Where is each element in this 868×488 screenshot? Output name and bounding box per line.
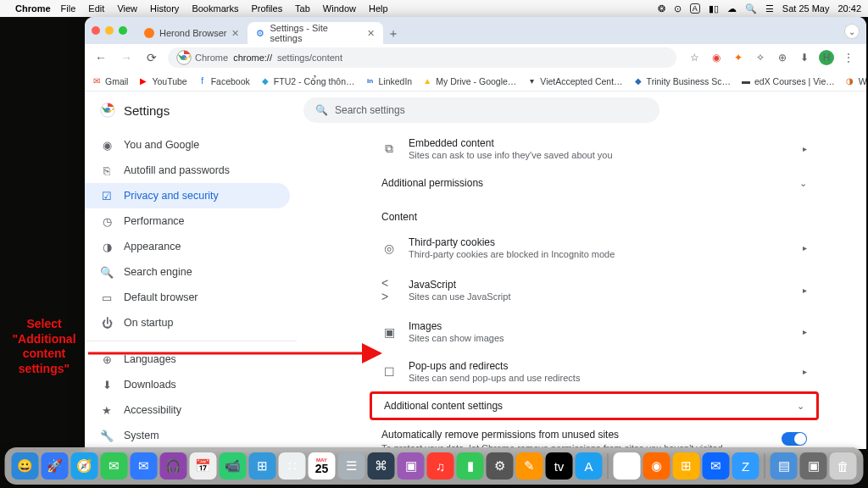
tab-herond[interactable]: Herond Browser ✕ [136,22,248,44]
dock-app-9[interactable]: ∷ [279,452,306,480]
status-icon[interactable]: ☁ [727,3,737,14]
dock-app-12[interactable]: ⌘ [368,452,395,480]
menu-bookmarks[interactable]: Bookmarks [192,3,238,14]
nav-privacy-security[interactable]: ☑Privacy and security [85,183,290,208]
dock-app-7[interactable]: 📹 [220,452,247,480]
nav-accessibility[interactable]: ★Accessibility [85,397,290,423]
nav-you-and-google[interactable]: ◉You and Google [85,132,290,158]
dock-app-4[interactable]: ✉︎ [131,452,158,480]
nav-downloads[interactable]: ⬇Downloads [85,372,290,397]
dock-app-2[interactable]: 🧭 [71,452,98,480]
minimize-window[interactable] [105,26,114,35]
row-embedded-content[interactable]: ⧉ Embedded contentSites can ask to use i… [370,129,819,169]
menu-icon[interactable]: ⋮ [841,50,856,65]
nav-search-engine[interactable]: 🔍Search engine [85,259,290,285]
dock-app2-4[interactable]: Z [732,452,760,480]
dock-app-17[interactable]: ✎ [516,452,543,480]
nav-performance[interactable]: ◷Performance [85,208,290,234]
menu-edit[interactable]: Edit [88,3,104,14]
status-icon[interactable]: A [690,3,700,14]
bookmark-wta[interactable]: ◑WT&A [845,76,866,86]
maximize-window[interactable] [119,26,127,35]
dock-app-16[interactable]: ⚙ [487,452,514,480]
extension-icon[interactable]: ✦ [731,50,746,65]
dock-app-6[interactable]: 📅 [190,452,217,480]
menu-window[interactable]: Window [323,3,356,14]
bookmark-gmail[interactable]: ✉Gmail [92,76,128,86]
bookmark-youtube[interactable]: ▶YouTube [138,76,186,86]
row-images[interactable]: ▣ ImagesSites can show images ▸ [370,312,819,352]
auto-remove-toggle[interactable] [782,432,807,446]
bookmark-ftu2[interactable]: ◆FTU2 - Cổng thôn… [260,76,355,86]
nav-on-startup[interactable]: ⏻On startup [85,310,290,336]
dock-app3-0[interactable]: ▤ [771,452,798,480]
search-settings-input[interactable]: 🔍 Search settings [303,97,659,123]
dock-app-14[interactable]: ♫ [427,452,454,480]
control-center-icon[interactable]: ☰ [765,3,774,14]
close-tab-icon[interactable]: ✕ [367,28,375,39]
nav-system[interactable]: 🔧System [85,423,290,448]
menu-file[interactable]: File [61,3,76,14]
status-icon[interactable]: ⊙ [674,3,682,14]
dock-app-5[interactable]: 🎧 [160,452,187,480]
bookmark-trinity[interactable]: ◆Trinity Business Sc… [633,76,731,86]
new-tab-button[interactable]: ＋ [383,24,403,44]
dock-app2-3[interactable]: ✉︎ [703,452,730,480]
dock-app2-2[interactable]: ⊞ [673,452,700,480]
nav-default-browser[interactable]: ▭Default browser [85,285,290,310]
bookmark-edx[interactable]: ▬edX Courses | Vie… [741,76,835,86]
menu-help[interactable]: Help [369,3,388,14]
back-button[interactable]: ← [92,48,110,67]
dock-app-19[interactable]: A [576,452,603,480]
additional-permissions-expander[interactable]: Additional permissions ⌄ [370,169,819,197]
menu-history[interactable]: History [150,3,179,14]
close-window[interactable] [92,26,100,35]
menubar-app[interactable]: Chrome [15,3,51,14]
nav-appearance[interactable]: ◑Appearance [85,234,290,259]
profile-avatar[interactable]: H [819,50,834,65]
menubar-date[interactable]: Sat 25 May [782,3,830,14]
dock-app-11[interactable]: ☰ [338,452,365,480]
dock-app-1[interactable]: 🚀 [42,452,69,480]
settings-header-row: Settings 🔍 Search settings [85,92,866,129]
dock-app-0[interactable]: 😀 [12,452,39,480]
status-icon[interactable]: ❂ [658,3,665,14]
additional-content-settings-expander[interactable]: Additional content settings ⌄ [370,391,819,420]
dock-app3-1[interactable]: ▣ [800,452,827,480]
menu-profiles[interactable]: Profiles [252,3,283,14]
dock-app-10[interactable]: MAY25 [309,452,336,480]
close-tab-icon[interactable]: ✕ [231,28,239,39]
search-icon[interactable]: 🔍 [745,3,757,14]
url-field[interactable]: Chrome chrome://settings/content [168,47,676,68]
menu-view[interactable]: View [117,3,137,14]
menubar-time[interactable]: 20:42 [837,3,861,14]
row-javascript[interactable]: < > JavaScriptSites can use JavaScript ▸ [370,268,819,312]
extensions-icon[interactable]: ✧ [753,50,768,65]
dock-app-15[interactable]: ▮ [457,452,484,480]
dock-app3-2[interactable]: 🗑 [830,452,857,480]
tabs-dropdown[interactable]: ⌄ [844,24,860,39]
dock-app2-0[interactable]: ◉ [614,452,641,480]
battery-icon[interactable]: ▮▯ [709,3,719,14]
row-popups[interactable]: ☐ Pop-ups and redirectsSites can send po… [370,352,819,391]
bookmark-drive[interactable]: ▲My Drive - Google… [422,76,516,86]
dock-app-13[interactable]: ▣ [398,452,425,480]
bookmark-linkedin[interactable]: inLinkedIn [365,76,413,86]
dock-app-18[interactable]: tv [546,452,573,480]
dock-app2-1[interactable]: ◉ [643,452,670,480]
forward-button[interactable]: → [117,48,136,67]
row-third-party-cookies[interactable]: ◎ Third-party cookiesThird-party cookies… [370,228,819,268]
share-icon[interactable]: ☆ [687,50,702,65]
reload-button[interactable]: ⟳ [142,48,161,67]
bookmark-facebook[interactable]: fFacebook [198,76,250,86]
dock-app-3[interactable]: ✉︎ [101,452,128,480]
nav-autofill[interactable]: ⎘Autofill and passwords [85,158,290,183]
tab-settings[interactable]: ⚙ Settings - Site settings ✕ [248,22,383,44]
dock-app-8[interactable]: ⊞ [249,452,276,480]
download-icon[interactable]: ⬇ [797,50,812,65]
bookmark-vietaccepted[interactable]: ▾VietAccepted Cent… [526,76,622,86]
nav-languages[interactable]: ⊕Languages [85,347,290,372]
extension-icon[interactable]: ◉ [709,50,724,65]
bookmark-icon[interactable]: ⊕ [775,50,790,65]
menu-tab[interactable]: Tab [295,3,310,14]
